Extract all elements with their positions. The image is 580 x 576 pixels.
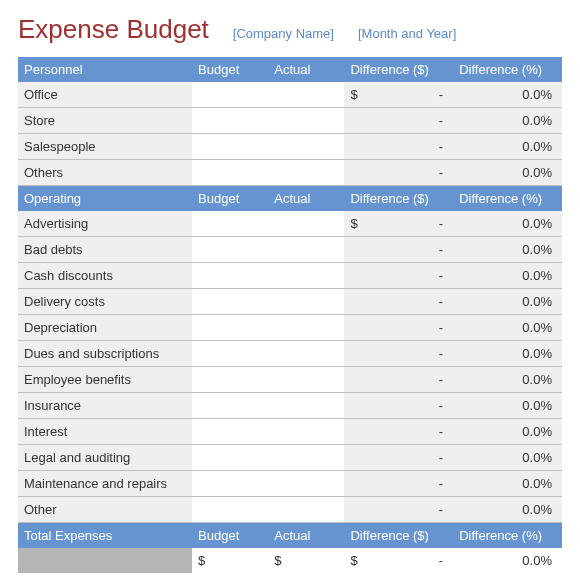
row-label: Other: [18, 497, 192, 523]
diff-percent-cell: 0.0%: [453, 367, 562, 393]
table-row: Legal and auditing-0.0%: [18, 445, 562, 471]
diff-dollar-cell: -: [344, 237, 453, 263]
table-row: Advertising$-0.0%: [18, 211, 562, 237]
row-label: Interest: [18, 419, 192, 445]
row-label: Salespeople: [18, 134, 192, 160]
expense-table: PersonnelBudgetActualDifference ($)Diffe…: [18, 57, 562, 573]
row-label: Employee benefits: [18, 367, 192, 393]
budget-cell[interactable]: [192, 497, 268, 523]
col-diff-percent: Difference (%): [453, 523, 562, 549]
col-budget: Budget: [192, 186, 268, 212]
date-placeholder[interactable]: [Month and Year]: [358, 26, 456, 41]
diff-percent-cell: 0.0%: [453, 211, 562, 237]
actual-cell[interactable]: [268, 160, 344, 186]
table-row: Maintenance and repairs-0.0%: [18, 471, 562, 497]
col-actual: Actual: [268, 57, 344, 82]
budget-cell[interactable]: [192, 445, 268, 471]
actual-cell[interactable]: [268, 497, 344, 523]
col-budget: Budget: [192, 57, 268, 82]
budget-cell[interactable]: [192, 289, 268, 315]
diff-dollar-cell: -: [344, 341, 453, 367]
actual-cell[interactable]: [268, 341, 344, 367]
budget-cell[interactable]: [192, 237, 268, 263]
actual-cell[interactable]: [268, 315, 344, 341]
actual-cell[interactable]: [268, 367, 344, 393]
diff-dollar-cell: $-: [344, 82, 453, 108]
page-title: Expense Budget: [18, 14, 209, 45]
budget-cell[interactable]: [192, 211, 268, 237]
row-label: Depreciation: [18, 315, 192, 341]
diff-percent-cell: 0.0%: [453, 419, 562, 445]
actual-cell[interactable]: [268, 237, 344, 263]
diff-dollar-cell: -: [344, 367, 453, 393]
diff-dollar-cell: -: [344, 289, 453, 315]
col-diff-percent: Difference (%): [453, 57, 562, 82]
col-actual: Actual: [268, 186, 344, 212]
diff-percent-cell: 0.0%: [453, 134, 562, 160]
diff-dollar-cell: -: [344, 263, 453, 289]
totals-actual: $: [268, 548, 344, 573]
budget-cell[interactable]: [192, 367, 268, 393]
table-row: Office$-0.0%: [18, 82, 562, 108]
budget-cell[interactable]: [192, 134, 268, 160]
diff-percent-cell: 0.0%: [453, 497, 562, 523]
diff-percent-cell: 0.0%: [453, 108, 562, 134]
budget-cell[interactable]: [192, 160, 268, 186]
actual-cell[interactable]: [268, 445, 344, 471]
row-label: Bad debts: [18, 237, 192, 263]
table-row: Cash discounts-0.0%: [18, 263, 562, 289]
actual-cell[interactable]: [268, 263, 344, 289]
actual-cell[interactable]: [268, 134, 344, 160]
budget-cell[interactable]: [192, 471, 268, 497]
table-row: Interest-0.0%: [18, 419, 562, 445]
diff-dollar-cell: -: [344, 445, 453, 471]
actual-cell[interactable]: [268, 289, 344, 315]
section-name: Personnel: [18, 57, 192, 82]
table-row: Delivery costs-0.0%: [18, 289, 562, 315]
col-diff-percent: Difference (%): [453, 186, 562, 212]
budget-cell[interactable]: [192, 419, 268, 445]
diff-percent-cell: 0.0%: [453, 237, 562, 263]
actual-cell[interactable]: [268, 393, 344, 419]
section-header: Total ExpensesBudgetActualDifference ($)…: [18, 523, 562, 549]
actual-cell[interactable]: [268, 211, 344, 237]
actual-cell[interactable]: [268, 82, 344, 108]
row-label: Delivery costs: [18, 289, 192, 315]
company-placeholder[interactable]: [Company Name]: [233, 26, 334, 41]
budget-cell[interactable]: [192, 341, 268, 367]
diff-dollar-cell: $-: [344, 211, 453, 237]
table-row: Other-0.0%: [18, 497, 562, 523]
totals-spacer: [18, 548, 192, 573]
actual-cell[interactable]: [268, 471, 344, 497]
diff-percent-cell: 0.0%: [453, 263, 562, 289]
diff-dollar-cell: -: [344, 393, 453, 419]
section-name: Operating: [18, 186, 192, 212]
budget-cell[interactable]: [192, 108, 268, 134]
table-row: Others-0.0%: [18, 160, 562, 186]
diff-percent-cell: 0.0%: [453, 341, 562, 367]
col-diff-dollar: Difference ($): [344, 57, 453, 82]
row-label: Cash discounts: [18, 263, 192, 289]
diff-percent-cell: 0.0%: [453, 471, 562, 497]
actual-cell[interactable]: [268, 108, 344, 134]
table-row: Insurance-0.0%: [18, 393, 562, 419]
totals-row: $$$-0.0%: [18, 548, 562, 573]
budget-cell[interactable]: [192, 82, 268, 108]
budget-cell[interactable]: [192, 263, 268, 289]
col-budget: Budget: [192, 523, 268, 549]
section-name: Total Expenses: [18, 523, 192, 549]
diff-dollar-cell: -: [344, 108, 453, 134]
row-label: Others: [18, 160, 192, 186]
section-header: PersonnelBudgetActualDifference ($)Diffe…: [18, 57, 562, 82]
table-row: Employee benefits-0.0%: [18, 367, 562, 393]
budget-cell[interactable]: [192, 393, 268, 419]
table-row: Bad debts-0.0%: [18, 237, 562, 263]
diff-percent-cell: 0.0%: [453, 315, 562, 341]
diff-percent-cell: 0.0%: [453, 82, 562, 108]
actual-cell[interactable]: [268, 419, 344, 445]
totals-diff-dollar: $-: [344, 548, 453, 573]
row-label: Insurance: [18, 393, 192, 419]
totals-budget: $: [192, 548, 268, 573]
budget-cell[interactable]: [192, 315, 268, 341]
table-row: Dues and subscriptions-0.0%: [18, 341, 562, 367]
